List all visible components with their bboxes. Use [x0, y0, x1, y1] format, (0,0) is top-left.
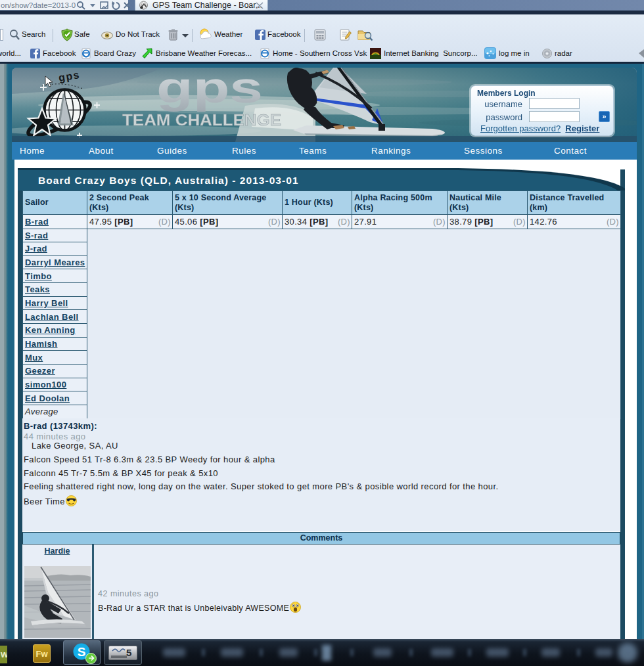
svg-text:S: S: [78, 645, 86, 659]
svg-text:TEAM CHALLENGE: TEAM CHALLENGE: [122, 111, 281, 129]
svg-text:5: 5: [126, 647, 131, 658]
svg-text:gps: gps: [156, 68, 263, 112]
